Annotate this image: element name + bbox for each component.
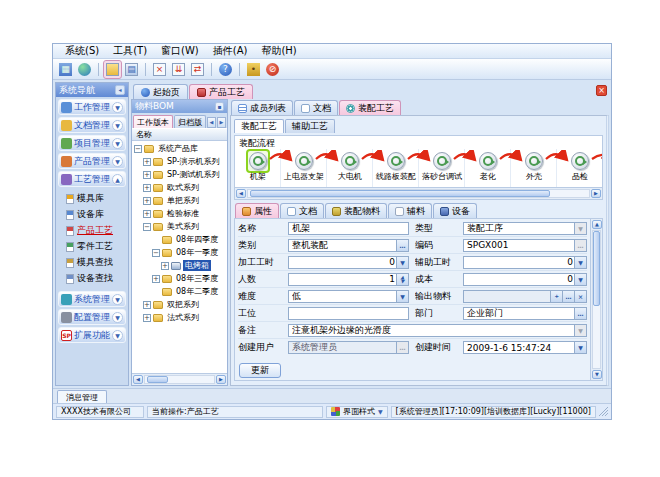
collapse-icon[interactable]: − (152, 249, 160, 257)
tab-item[interactable]: 归档版 (174, 115, 206, 128)
tile-windows-icon[interactable]: ⇄ (189, 61, 206, 78)
layout-icon[interactable]: ▤ (123, 61, 140, 78)
collapse-sidebar-icon[interactable]: ◂ (115, 85, 125, 95)
sidebar-item[interactable]: 产品工艺 (66, 223, 126, 238)
tree-item[interactable]: 08年四季度 (132, 233, 227, 246)
panels-icon[interactable] (104, 61, 121, 78)
station-input[interactable] (292, 308, 408, 319)
tab-item[interactable]: 起始页 (133, 84, 188, 99)
message-panel-tab[interactable]: 消息管理 (57, 390, 107, 403)
sidebar-group-header[interactable]: 产品管理▼ (58, 153, 126, 169)
chevron-down-icon[interactable]: ▼ (112, 102, 123, 113)
scrollbar-thumb[interactable] (593, 231, 600, 306)
people-stepper[interactable] (292, 274, 396, 285)
cost-input[interactable] (467, 274, 574, 285)
output-material-input[interactable] (467, 291, 550, 302)
sidebar-item[interactable]: 零件工艺 (66, 239, 126, 254)
sidebar-group-header[interactable]: 系统管理▼ (58, 291, 126, 307)
create-time-input[interactable] (467, 342, 574, 353)
expand-icon[interactable]: + (143, 158, 151, 166)
chevron-up-icon[interactable]: ▲ (112, 174, 123, 185)
collapse-icon[interactable]: − (134, 145, 142, 153)
lock-icon[interactable]: • (245, 61, 262, 78)
tree-item[interactable]: +SP-演示机系列 (132, 155, 227, 168)
flow-node[interactable]: 品检 (557, 149, 602, 187)
sidebar-item[interactable]: 设备查找 (66, 271, 126, 286)
tab-item[interactable]: 装配工艺 (339, 100, 401, 115)
chevron-down-icon[interactable]: ▼ (112, 294, 123, 305)
chevron-down-icon[interactable]: ▼ (112, 312, 123, 323)
tree-item[interactable]: +双把系列 (132, 298, 227, 311)
ellipsis-icon[interactable]: … (562, 291, 574, 302)
scroll-right-icon[interactable]: ▶ (216, 375, 226, 384)
scroll-down-icon[interactable]: ▼ (592, 370, 602, 379)
flow-node[interactable]: 落砂台调试 (419, 149, 465, 187)
scroll-left-icon[interactable]: ◀ (207, 117, 216, 128)
scroll-left-icon[interactable]: ◀ (133, 375, 143, 384)
tree-item[interactable]: −系统产品库 (132, 142, 227, 155)
ui-style-selector[interactable]: 界面样式 ▼ (326, 406, 388, 418)
sidebar-group-header[interactable]: 工作管理▼ (58, 99, 126, 115)
tree-item[interactable]: +欧式系列 (132, 181, 227, 194)
chevron-down-icon[interactable]: ▼ (112, 156, 123, 167)
expand-icon[interactable]: + (143, 210, 151, 218)
expand-icon[interactable]: + (143, 184, 151, 192)
sidebar-group-header[interactable]: 文档管理▼ (58, 117, 126, 133)
tab-item[interactable]: 设备 (433, 203, 477, 218)
creator-input[interactable] (292, 342, 396, 353)
network-globe-icon[interactable] (76, 61, 93, 78)
tree-column-header[interactable]: 名称 (132, 128, 227, 141)
chevron-down-icon[interactable]: ▼ (574, 223, 586, 234)
scroll-right-icon[interactable]: ▶ (591, 189, 601, 198)
chevron-down-icon[interactable]: ▼ (401, 279, 405, 283)
chevron-down-icon[interactable]: ▼ (112, 330, 123, 341)
expand-icon[interactable]: + (161, 262, 169, 270)
tree-item[interactable]: +电烤箱 (132, 259, 227, 272)
sidebar-group-header[interactable]: 项目管理▼ (58, 135, 126, 151)
menu-item[interactable]: 窗口(W) (155, 44, 205, 58)
close-window-icon[interactable]: × (151, 61, 168, 78)
help-icon[interactable]: ? (217, 61, 234, 78)
tree-item[interactable]: −08年一季度 (132, 246, 227, 259)
sidebar-group-header[interactable]: 配置管理▼ (58, 309, 126, 325)
tab-item[interactable]: 装配工艺 (234, 119, 284, 133)
tab-item[interactable]: 装配物料 (325, 203, 387, 218)
name-input[interactable] (292, 223, 408, 234)
exit-icon[interactable]: ⊘ (264, 61, 281, 78)
chevron-down-icon[interactable]: ▼ (574, 342, 586, 353)
remark-input[interactable] (292, 325, 574, 336)
tree-item[interactable]: +08年三季度 (132, 272, 227, 285)
sidebar-item[interactable]: 设备库 (66, 207, 126, 222)
update-button[interactable]: 更新 (239, 363, 281, 378)
form-vertical-scrollbar[interactable]: ▲ ▼ (590, 219, 602, 380)
work-hours-input[interactable] (292, 257, 396, 268)
ellipsis-icon[interactable]: … (574, 308, 586, 319)
chevron-down-icon[interactable]: ▼ (574, 274, 586, 285)
flow-node[interactable]: 上电器支架 (281, 149, 327, 187)
scrollbar-track[interactable] (247, 189, 590, 198)
difficulty-select[interactable] (292, 291, 396, 302)
type-input[interactable] (467, 223, 574, 234)
department-input[interactable] (467, 308, 574, 319)
ellipsis-icon[interactable]: … (396, 342, 408, 353)
bom-horizontal-scrollbar[interactable]: ◀ ▶ (132, 373, 227, 385)
chevron-down-icon[interactable]: ▼ (112, 138, 123, 149)
collapse-icon[interactable]: − (143, 223, 151, 231)
chevron-down-icon[interactable]: ▼ (112, 120, 123, 131)
scrollbar-thumb[interactable] (250, 190, 550, 197)
expand-icon[interactable]: + (143, 314, 151, 322)
aux-hours-input[interactable] (467, 257, 574, 268)
menu-item[interactable]: 插件(A) (207, 44, 254, 58)
tab-item[interactable]: 属性 (235, 203, 279, 218)
expand-icon[interactable]: + (143, 197, 151, 205)
tab-item[interactable]: 辅料 (388, 203, 432, 218)
menu-item[interactable]: 帮助(H) (255, 44, 302, 58)
chevron-down-icon[interactable]: ▼ (396, 257, 408, 268)
flow-node[interactable]: 外壳 (511, 149, 557, 187)
scroll-right-icon[interactable]: ▶ (217, 117, 226, 128)
scroll-left-icon[interactable]: ◀ (236, 189, 246, 198)
tree-item[interactable]: +单把系列 (132, 194, 227, 207)
tree-item[interactable]: +SP-测试机系列 (132, 168, 227, 181)
scrollbar-track[interactable] (592, 230, 601, 369)
tab-item[interactable]: 文档 (294, 100, 338, 115)
